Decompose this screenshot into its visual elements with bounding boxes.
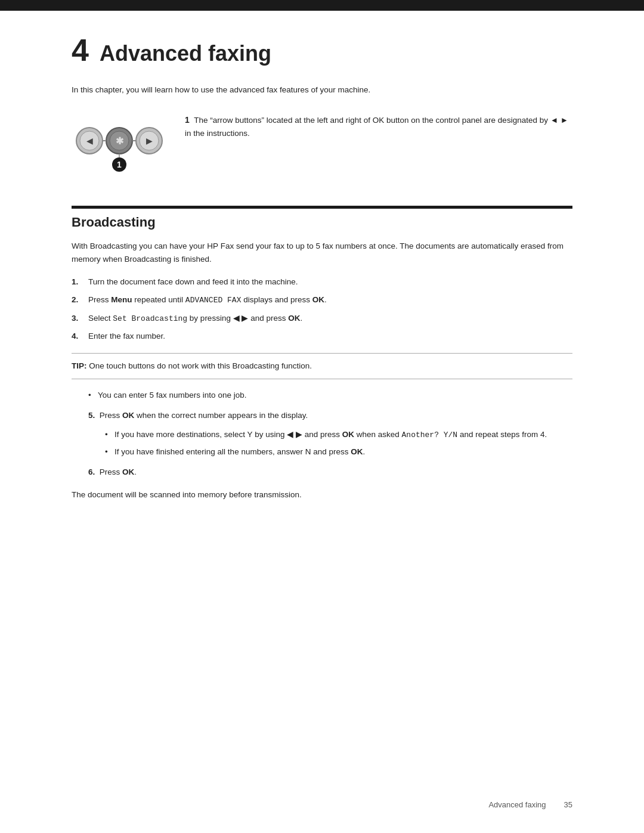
note-1: 1 The “arrow buttons” located at the lef…	[185, 113, 572, 141]
ok-bold-2: OK	[312, 295, 324, 304]
svg-text:1: 1	[117, 160, 122, 169]
tip-box: TIP: One touch buttons do not work with …	[72, 353, 572, 379]
step-5: 5. Press OK when the correct number appe…	[72, 409, 572, 422]
sub-bullet-1: If you have more destinations, select Y …	[105, 428, 572, 441]
content: 4 Advanced faxing In this chapter, you w…	[0, 11, 644, 559]
ok-bold-3: OK	[288, 314, 300, 323]
note-1-number: 1	[185, 115, 190, 125]
set-broadcasting-mono: Set Broadcasting	[113, 314, 187, 323]
step-6-num: 6.	[88, 467, 95, 476]
step-4: 4. Enter the fax number.	[72, 330, 572, 343]
footer-page: 35	[564, 800, 572, 809]
top-bar	[0, 0, 644, 11]
step-1-text: Turn the document face down and feed it …	[88, 277, 298, 286]
bullet-1-text: You can enter 5 fax numbers into one job…	[98, 391, 246, 400]
control-panel-illustration: ◀ ✱ ▶ 1	[72, 117, 167, 184]
footer: Advanced faxing 35	[488, 800, 572, 809]
svg-text:◀: ◀	[86, 136, 93, 145]
footer-label: Advanced faxing	[488, 800, 546, 809]
closing-text: The document will be scanned into memory…	[72, 488, 572, 501]
sub-bullet-1-text: If you have more destinations, select Y …	[114, 430, 547, 439]
ok-bold-6: OK	[122, 467, 134, 476]
step-2: 2. Press Menu repeated until ADVANCED FA…	[72, 293, 572, 306]
sub-bullet-list: If you have more destinations, select Y …	[105, 428, 572, 459]
ok-bold-5: OK	[122, 411, 134, 420]
step-3-text: Select Set Broadcasting by pressing ◀ ▶ …	[88, 314, 302, 323]
steps-list: 1. Turn the document face down and feed …	[72, 275, 572, 343]
step-2-text: Press Menu repeated until ADVANCED FAX d…	[88, 295, 327, 304]
broadcasting-intro: With Broadcasting you can have your HP F…	[72, 240, 572, 267]
intro-section: ◀ ✱ ▶ 1	[72, 113, 572, 184]
menu-bold: Menu	[111, 295, 132, 304]
another-mono: Another? Y/N	[402, 431, 458, 439]
control-panel-svg: ◀ ✱ ▶ 1	[72, 117, 167, 182]
bullet-1: You can enter 5 fax numbers into one job…	[88, 389, 572, 402]
step-3-num: 3.	[72, 312, 78, 325]
svg-text:✱: ✱	[116, 136, 124, 146]
chapter-heading: 4 Advanced faxing	[72, 35, 572, 66]
ok-bold-sub2: OK	[351, 447, 363, 456]
note-1-text: The “arrow buttons” located at the left …	[185, 116, 568, 138]
step-6: 6. Press OK.	[72, 466, 572, 479]
svg-text:▶: ▶	[146, 136, 153, 145]
sub-bullet-2: If you have finished entering all the nu…	[105, 445, 572, 459]
chapter-title: Advanced faxing	[100, 43, 271, 64]
sub-bullet-2-text: If you have finished entering all the nu…	[114, 447, 365, 456]
chapter-number: 4	[72, 35, 89, 66]
bullet-list-1: You can enter 5 fax numbers into one job…	[88, 389, 572, 402]
step-1-num: 1.	[72, 275, 78, 289]
tip-label: TIP:	[72, 361, 87, 370]
intro-paragraph: In this chapter, you will learn how to u…	[72, 83, 477, 97]
step-3: 3. Select Set Broadcasting by pressing ◀…	[72, 312, 572, 325]
advanced-fax-mono: ADVANCED FAX	[185, 296, 242, 305]
step-1: 1. Turn the document face down and feed …	[72, 275, 572, 289]
step-5-num: 5.	[88, 411, 95, 420]
step-4-num: 4.	[72, 330, 78, 343]
ok-bold-sub1: OK	[342, 430, 354, 439]
step-4-text: Enter the fax number.	[88, 332, 165, 340]
tip-text: One touch buttons do not work with this …	[89, 361, 312, 370]
step-2-num: 2.	[72, 293, 78, 306]
page: 4 Advanced faxing In this chapter, you w…	[0, 0, 644, 833]
section-heading: Broadcasting	[72, 215, 572, 230]
section-divider	[72, 206, 572, 209]
